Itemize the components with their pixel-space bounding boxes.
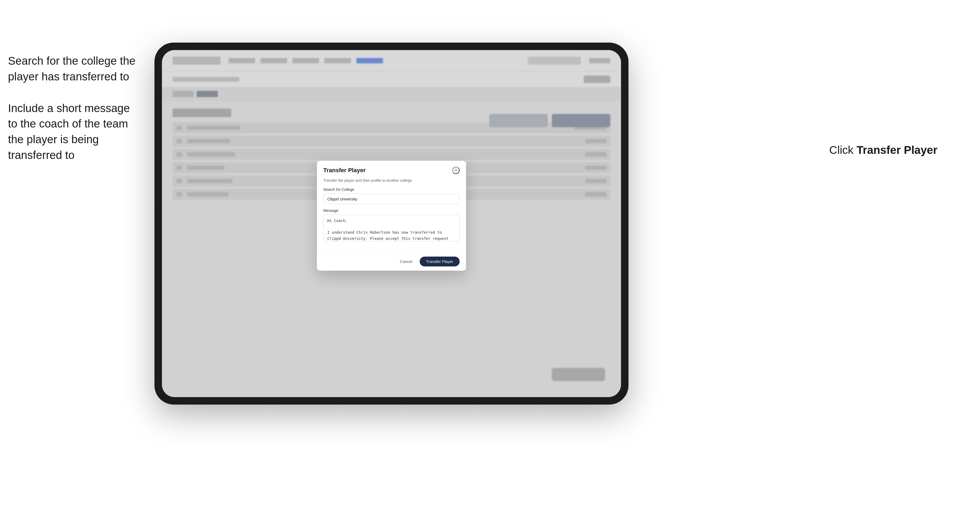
annotation-right: Click Transfer Player	[829, 144, 937, 157]
message-textarea[interactable]: Hi Coach, I understand Chris Robertson h…	[323, 215, 460, 241]
modal-overlay: Transfer Player × Transfer the player an…	[162, 50, 621, 397]
modal-title: Transfer Player	[323, 167, 366, 174]
modal-body: Transfer the player and their profile to…	[317, 178, 466, 252]
modal-close-button[interactable]: ×	[452, 167, 460, 174]
search-college-group: Search for College	[323, 187, 460, 204]
ipad-frame: Transfer Player × Transfer the player an…	[154, 43, 628, 405]
annotation-click-bold: Transfer Player	[856, 144, 937, 156]
modal-footer: Cancel Transfer Player	[317, 252, 466, 271]
annotation-message-text: Include a short message to the coach of …	[8, 101, 141, 163]
modal-header: Transfer Player ×	[317, 161, 466, 178]
modal-description: Transfer the player and their profile to…	[323, 178, 460, 183]
message-label: Message	[323, 208, 460, 213]
ipad-screen: Transfer Player × Transfer the player an…	[162, 50, 621, 397]
transfer-player-button[interactable]: Transfer Player	[420, 257, 460, 267]
annotation-search-text: Search for the college the player has tr…	[8, 53, 141, 85]
cancel-button[interactable]: Cancel	[396, 257, 417, 266]
transfer-player-modal: Transfer Player × Transfer the player an…	[317, 161, 466, 271]
annotation-left: Search for the college the player has tr…	[8, 53, 141, 179]
search-college-input[interactable]	[323, 194, 460, 204]
message-group: Message Hi Coach, I understand Chris Rob…	[323, 208, 460, 243]
annotation-click-prefix: Click	[829, 144, 857, 156]
search-college-label: Search for College	[323, 187, 460, 192]
